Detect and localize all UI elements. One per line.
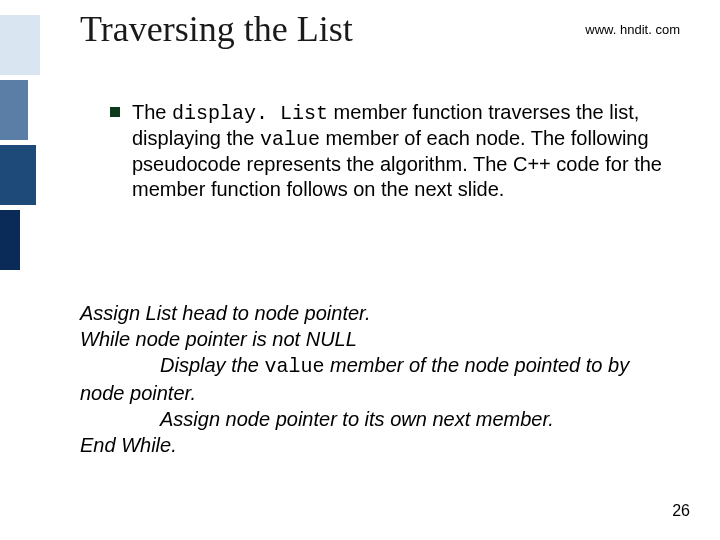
pseudo-line-6: End While. [80,432,700,458]
slide-header: Traversing the List www. hndit. com [80,8,680,50]
main-bullet: The display. List member function traver… [110,100,690,202]
deco-block-4 [0,210,20,270]
code-displaylist: display. List [172,102,328,125]
pseudo-line-3b: member of the node pointed to by [325,354,630,376]
source-url: www. hndit. com [585,22,680,37]
pseudo-line-5-text: Assign node pointer to its own next memb… [80,406,700,432]
pseudo-line-1: Assign List head to node pointer. [80,300,700,326]
deco-block-2 [0,80,28,140]
pseudo-line-3: Display the value member of the node poi… [80,352,700,380]
slide-title: Traversing the List [80,8,353,50]
page-number: 26 [672,502,690,520]
deco-block-3 [0,145,36,205]
code-value-1: value [260,128,320,151]
bullet-paragraph: The display. List member function traver… [132,100,690,202]
pseudo-line-2: While node pointer is not NULL [80,326,700,352]
sidebar-decoration [0,0,40,540]
pseudo-line-3a: Display the [160,354,265,376]
code-value-2: value [265,355,325,378]
pseudocode-block: Assign List head to node pointer. While … [80,300,700,458]
pseudo-line-5: Assign node pointer to its own next memb… [80,406,700,432]
pseudo-line-4: node pointer. [80,380,700,406]
para-seg-1: The [132,101,172,123]
deco-block-1 [0,15,40,75]
bullet-icon [110,107,120,117]
